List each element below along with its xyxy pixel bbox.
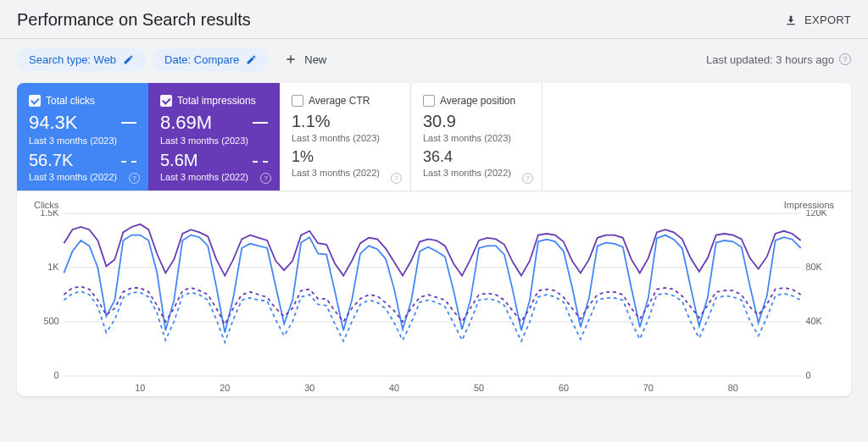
metric-period: Last 3 months (2023): [292, 133, 398, 143]
pencil-icon: [246, 54, 257, 65]
performance-card: Total clicks 94.3K Last 3 months (2023) …: [17, 83, 851, 396]
metric-period-prev: Last 3 months (2022): [292, 168, 398, 178]
metric-value-prev: 36.4: [423, 148, 530, 166]
metric-period-prev: Last 3 months (2022): [423, 168, 530, 178]
help-icon[interactable]: ?: [839, 53, 851, 65]
svg-text:0: 0: [53, 370, 58, 380]
page-title: Performance on Search results: [17, 10, 251, 30]
add-filter-button[interactable]: New: [275, 47, 335, 71]
metric-period: Last 3 months (2023): [160, 135, 268, 146]
help-icon[interactable]: ?: [391, 173, 402, 184]
export-label: EXPORT: [804, 14, 851, 26]
metric-period: Last 3 months (2023): [423, 133, 530, 143]
svg-text:70: 70: [643, 383, 654, 393]
filter-date-label: Date: Compare: [164, 53, 239, 66]
checkbox-checked-icon: [29, 95, 41, 107]
metric-value: 1.1%: [292, 112, 398, 131]
download-icon: [784, 14, 798, 27]
metric-value-prev: 56.7K: [29, 151, 73, 169]
svg-text:40K: 40K: [806, 316, 823, 326]
metric-total-impressions[interactable]: Total impressions 8.69M Last 3 months (2…: [148, 83, 280, 191]
performance-chart: 05001K1.5K040K80K120K1020304050607080: [34, 210, 834, 396]
help-icon[interactable]: ?: [522, 173, 533, 184]
y-axis-right-label: Impressions: [784, 200, 834, 210]
svg-text:80: 80: [728, 383, 738, 393]
metric-value: 8.69M: [160, 112, 212, 133]
svg-text:50: 50: [474, 383, 484, 393]
svg-text:1K: 1K: [47, 262, 59, 272]
metric-period-prev: Last 3 months (2022): [29, 172, 136, 182]
metric-average-ctr[interactable]: Average CTR 1.1% Last 3 months (2023) 1%…: [280, 83, 411, 191]
help-icon[interactable]: ?: [129, 173, 140, 184]
add-filter-label: New: [304, 53, 326, 66]
metric-period: Last 3 months (2023): [29, 135, 136, 146]
checkbox-checked-icon: [160, 95, 172, 107]
svg-text:1.5K: 1.5K: [40, 210, 59, 218]
svg-text:40: 40: [389, 383, 399, 393]
checkbox-empty-icon: [292, 95, 303, 107]
y-axis-left-label: Clicks: [34, 200, 58, 210]
filter-search-type-label: Search type: Web: [29, 53, 116, 66]
svg-text:120K: 120K: [806, 210, 828, 218]
metric-value: 30.9: [423, 112, 530, 131]
filter-search-type[interactable]: Search type: Web: [17, 48, 146, 71]
svg-text:60: 60: [559, 383, 569, 393]
export-button[interactable]: EXPORT: [784, 14, 851, 27]
filter-date[interactable]: Date: Compare: [153, 48, 269, 71]
metric-value-prev: 5.6M: [160, 151, 198, 169]
metric-value-prev: 1%: [292, 148, 398, 166]
metric-value: 94.3K: [29, 112, 78, 133]
svg-text:10: 10: [135, 383, 145, 393]
metric-average-position[interactable]: Average position 30.9 Last 3 months (202…: [411, 83, 542, 191]
metric-total-clicks[interactable]: Total clicks 94.3K Last 3 months (2023) …: [17, 83, 148, 191]
metrics-row: Total clicks 94.3K Last 3 months (2023) …: [17, 83, 851, 191]
pencil-icon: [123, 54, 134, 65]
svg-text:0: 0: [806, 370, 811, 380]
plus-icon: [284, 52, 298, 66]
svg-text:30: 30: [304, 383, 314, 393]
metric-period-prev: Last 3 months (2022): [160, 172, 268, 182]
help-icon[interactable]: ?: [260, 173, 271, 184]
svg-text:80K: 80K: [806, 262, 823, 272]
svg-text:500: 500: [43, 316, 58, 326]
checkbox-empty-icon: [423, 95, 435, 107]
last-updated-text: Last updated: 3 hours ago ?: [706, 53, 851, 66]
svg-text:20: 20: [220, 383, 230, 393]
